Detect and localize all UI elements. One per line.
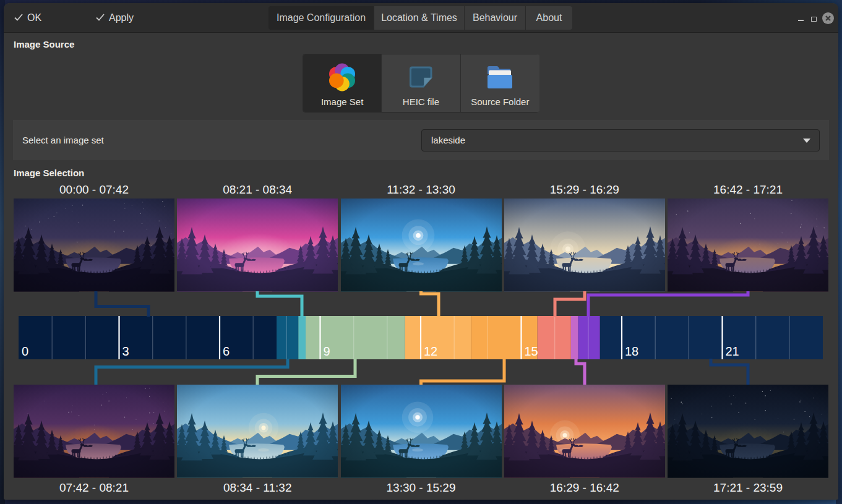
svg-text:6: 6 [223,344,230,358]
svg-text:18: 18 [625,344,638,358]
svg-text:3: 3 [122,344,129,358]
svg-text:0: 0 [22,344,28,358]
svg-text:9: 9 [324,344,330,358]
svg-text:15: 15 [525,344,538,358]
svg-text:21: 21 [726,344,739,358]
svg-text:12: 12 [424,344,437,358]
